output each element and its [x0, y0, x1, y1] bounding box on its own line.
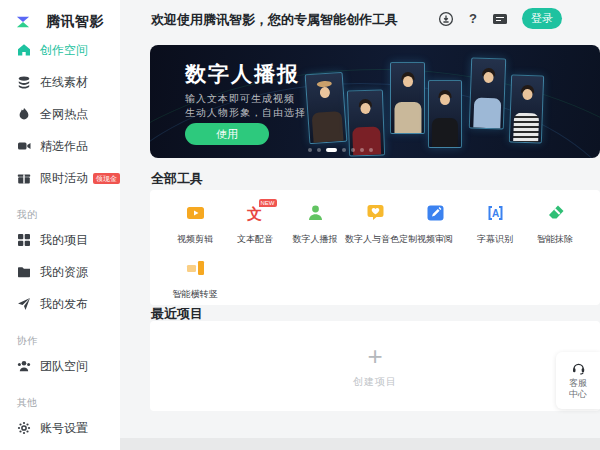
sidebar-item-account-settings[interactable]: 账号设置 — [0, 412, 120, 444]
sidebar-item-my-resources[interactable]: 我的资源 — [0, 256, 120, 288]
tool-label: 字幕识别 — [465, 233, 525, 246]
digital-human-avatar — [347, 89, 385, 156]
sidebar-item-label: 全网热点 — [40, 106, 88, 123]
sidebar: 腾讯智影 创作空间 在线素材 全网热点 精选作品 限时活动 领现金 我的 我的项… — [0, 0, 120, 450]
tool-label: 数字人播报 — [285, 233, 345, 246]
sidebar-section-other: 其他 — [0, 394, 120, 412]
sidebar-item-label: 我的发布 — [40, 296, 88, 313]
gear-icon — [17, 421, 31, 435]
tool-video-review[interactable]: 视频审阅 — [405, 203, 465, 246]
banner-subtitle-line2: 生动人物形象，自由选择 — [185, 106, 306, 120]
carousel-dot[interactable] — [317, 148, 321, 152]
sidebar-section-collaboration: 协作 — [0, 332, 120, 350]
svg-text:文: 文 — [246, 205, 262, 222]
sidebar-item-limited-event[interactable]: 限时活动 领现金 — [0, 162, 120, 194]
team-icon — [17, 359, 31, 373]
carousel-dots — [150, 148, 530, 152]
sidebar-item-my-publications[interactable]: 我的发布 — [0, 288, 120, 320]
bottom-divider — [120, 438, 600, 450]
recent-projects-card: + 创建项目 — [150, 321, 600, 411]
tool-subtitle-recognition[interactable]: A 字幕识别 — [465, 203, 525, 246]
text-dub-icon: 文NEW — [245, 203, 266, 223]
carousel-dot[interactable] — [308, 148, 312, 152]
sidebar-item-label: 创作空间 — [40, 42, 88, 59]
welcome-text: 欢迎使用腾讯智影，您的专属智能创作工具 — [151, 11, 398, 29]
video-edit-icon — [185, 203, 206, 223]
feedback-icon[interactable] — [492, 11, 508, 27]
home-icon — [17, 43, 31, 57]
tool-smart-erase[interactable]: 智能抹除 — [525, 203, 585, 246]
sidebar-item-label: 精选作品 — [40, 138, 88, 155]
tool-video-editing[interactable]: 视频剪辑 — [165, 203, 225, 246]
digital-human-avatar — [305, 72, 348, 144]
tool-label: 智能横转竖 — [165, 288, 225, 301]
sidebar-item-my-projects[interactable]: 我的项目 — [0, 224, 120, 256]
brand-logo[interactable]: 腾讯智影 — [0, 0, 120, 32]
tools-card: 视频剪辑 文NEW 文本配音 数字人播报 数字人与音色定制 视频审阅 A 字幕识… — [150, 190, 600, 305]
banner-subtitle-line1: 输入文本即可生成视频 — [185, 92, 295, 106]
sidebar-item-label: 账号设置 — [40, 420, 88, 437]
eraser-icon — [545, 203, 566, 223]
help-icon[interactable]: ? — [466, 11, 480, 26]
sidebar-item-label: 限时活动 — [40, 170, 88, 187]
carousel-dot[interactable] — [369, 148, 373, 152]
subtitle-brackets-icon: A — [485, 203, 506, 223]
hero-banner[interactable]: 数字人播报 输入文本即可生成视频 生动人物形象，自由选择 使用 — [150, 45, 600, 158]
customer-service-widget[interactable]: 客服中心 — [556, 352, 600, 409]
header-actions: ? 登录 — [438, 8, 562, 29]
tool-label: 视频审阅 — [405, 233, 465, 246]
sidebar-item-label: 我的项目 — [40, 232, 88, 249]
folder-icon — [17, 265, 31, 279]
paper-plane-icon — [17, 297, 31, 311]
tools-section-title: 全部工具 — [151, 170, 203, 188]
sidebar-section-mine: 我的 — [0, 206, 120, 224]
download-client-icon[interactable] — [438, 11, 454, 27]
svg-text:A: A — [491, 208, 498, 219]
digital-human-avatar — [428, 80, 462, 148]
tool-horizontal-to-vertical[interactable]: 智能横转竖 — [165, 258, 225, 301]
customer-service-label: 客服中心 — [569, 378, 587, 400]
login-button[interactable]: 登录 — [522, 8, 562, 29]
new-badge: NEW — [259, 199, 277, 207]
zhiying-logo-icon — [16, 15, 30, 29]
digital-human-icon — [305, 203, 326, 223]
event-badge: 领现金 — [93, 173, 120, 184]
video-camera-icon — [17, 139, 31, 153]
create-project-button[interactable]: + 创建项目 — [353, 343, 397, 389]
digital-human-avatar — [469, 57, 506, 129]
review-pencil-icon — [425, 203, 446, 223]
carousel-dot[interactable] — [351, 148, 355, 152]
tool-voice-customization[interactable]: 数字人与音色定制 — [345, 203, 405, 246]
sidebar-item-creation-space[interactable]: 创作空间 — [0, 34, 120, 66]
digital-human-avatar — [390, 62, 425, 134]
sidebar-item-label: 团队空间 — [40, 358, 88, 375]
layers-icon — [17, 75, 31, 89]
carousel-dot-active[interactable] — [326, 148, 337, 152]
sidebar-item-label: 在线素材 — [40, 74, 88, 91]
carousel-dot[interactable] — [342, 148, 346, 152]
grid-icon — [17, 233, 31, 247]
brand-name: 腾讯智影 — [46, 13, 104, 31]
banner-title: 数字人播报 — [185, 60, 300, 88]
carousel-dot[interactable] — [360, 148, 364, 152]
sidebar-item-trending[interactable]: 全网热点 — [0, 98, 120, 130]
sidebar-item-featured-works[interactable]: 精选作品 — [0, 130, 120, 162]
sidebar-item-label: 我的资源 — [40, 264, 88, 281]
headset-icon — [571, 360, 586, 375]
sidebar-nav: 创作空间 在线素材 全网热点 精选作品 限时活动 领现金 我的 我的项目 我的资… — [0, 34, 120, 444]
create-project-label: 创建项目 — [353, 375, 397, 389]
sidebar-item-online-assets[interactable]: 在线素材 — [0, 66, 120, 98]
tool-text-to-speech[interactable]: 文NEW 文本配音 — [225, 203, 285, 246]
plus-icon: + — [367, 343, 382, 369]
tool-digital-human-broadcast[interactable]: 数字人播报 — [285, 203, 345, 246]
banner-use-button[interactable]: 使用 — [185, 123, 269, 145]
tool-label: 视频剪辑 — [165, 233, 225, 246]
rotate-orientation-icon — [185, 258, 206, 278]
gift-icon — [17, 171, 31, 185]
sidebar-item-team-space[interactable]: 团队空间 — [0, 350, 120, 382]
tool-label: 数字人与音色定制 — [345, 233, 405, 246]
flame-icon — [17, 107, 31, 121]
digital-human-avatar — [509, 74, 544, 143]
tool-label: 文本配音 — [225, 233, 285, 246]
tool-label: 智能抹除 — [525, 233, 585, 246]
